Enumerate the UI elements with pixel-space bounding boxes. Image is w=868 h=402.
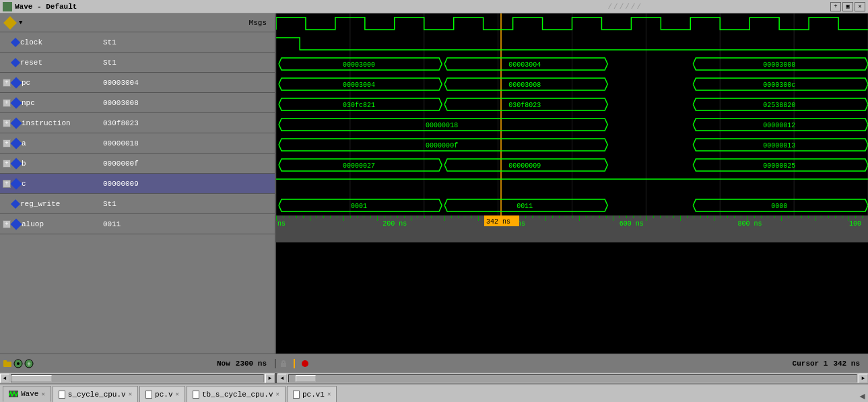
tab-s-cycle-cpu[interactable]: s_cycle_cpu.v ✕ (53, 386, 138, 402)
signal-value-pc: 00003004 (98, 79, 275, 87)
signal-name-c: + c (0, 180, 98, 188)
tab-bar: Wave ✕ s_cycle_cpu.v ✕ pc.v ✕ tb_s_cycle… (0, 383, 868, 402)
signal-row-pc[interactable]: + pc 00003004 (0, 73, 275, 93)
signal-icon-aluop (11, 218, 22, 230)
lock-icon[interactable] (279, 359, 288, 368)
signal-name-instruction: + instruction (0, 119, 98, 127)
signal-list: clock St1 reset St1 + (0, 32, 275, 354)
cursor-value: 342 ns (833, 360, 865, 368)
close-button[interactable]: ✕ (855, 2, 865, 11)
signal-label-pc: pc (22, 79, 30, 87)
scroll-track-right[interactable] (288, 374, 857, 382)
tab-end-area: ◄ (860, 391, 868, 402)
app-icon (3, 2, 12, 11)
signal-row-reset[interactable]: reset St1 (0, 53, 275, 73)
tab-pc-v1[interactable]: pc.v1 ✕ (287, 386, 337, 402)
plus-icon[interactable]: + (24, 359, 34, 368)
signal-name-pc: + pc (0, 79, 98, 87)
dropdown-arrow[interactable]: ▼ (19, 20, 22, 26)
waveform-panel[interactable] (276, 13, 868, 354)
signal-label-reg-write: reg_write (20, 200, 60, 208)
signal-name-npc: + npc (0, 99, 98, 107)
red-dot-icon[interactable] (300, 359, 310, 368)
restore-button[interactable]: ▣ (842, 2, 853, 11)
tab-s-cycle-label: s_cycle_cpu.v (68, 391, 126, 399)
signal-value-reg-write: St1 (98, 200, 275, 208)
tab-file-icon-4 (293, 391, 300, 399)
scroll-thumb-left[interactable] (11, 375, 52, 382)
signal-name-reset: reset (0, 59, 98, 67)
signal-icon-a (11, 137, 22, 149)
cursor-icon[interactable] (290, 359, 299, 368)
title-bar: Wave - Default ////// + ▣ ✕ (0, 0, 868, 13)
signal-name-b: + b (0, 160, 98, 168)
scroll-area: ◄ ► ◄ ► (0, 372, 868, 383)
signal-value-aluop: 0011 (98, 220, 275, 228)
window-controls[interactable]: + ▣ ✕ (830, 2, 865, 11)
now-value: 2300 ns (236, 360, 272, 368)
signal-value-a: 00000018 (98, 139, 275, 147)
scroll-left-btn[interactable]: ◄ (0, 374, 9, 383)
tab-s-cycle-close[interactable]: ✕ (129, 391, 132, 398)
svg-rect-7 (282, 361, 285, 364)
signal-label-instruction: instruction (22, 119, 71, 127)
msgs-header: Msgs (97, 19, 272, 27)
signal-value-npc: 00003008 (98, 99, 275, 107)
maximize-button[interactable]: + (830, 2, 841, 11)
scroll-left-btn-right[interactable]: ◄ (277, 374, 287, 383)
color-button[interactable] (3, 15, 18, 30)
svg-rect-1 (3, 360, 7, 362)
signal-name-clock: clock (0, 38, 98, 46)
signal-label-npc: npc (22, 99, 35, 107)
signal-row-c[interactable]: + c 00000009 (0, 174, 275, 194)
scroll-track-left[interactable] (11, 374, 264, 382)
wave-area: ▼ Msgs clock St1 (0, 13, 868, 354)
signal-name-aluop: + aluop (0, 220, 98, 228)
signal-row-clock[interactable]: clock St1 (0, 32, 275, 53)
tab-wave-close[interactable]: ✕ (41, 391, 44, 398)
svg-point-9 (302, 360, 308, 367)
signal-row-a[interactable]: + a 00000018 (0, 133, 275, 154)
tab-file-icon-1 (59, 391, 65, 399)
cursor-label: Cursor 1 (335, 360, 830, 368)
svg-text:+: + (27, 361, 31, 368)
tab-wave[interactable]: Wave ✕ (3, 386, 51, 402)
waveform-canvas[interactable] (276, 13, 868, 242)
signal-icon-c (11, 178, 22, 189)
film-icon[interactable] (13, 359, 23, 368)
scroll-right-btn-left[interactable]: ► (265, 374, 275, 383)
tab-scroll-left[interactable]: ◄ (860, 391, 865, 402)
status-bar: + Now 2300 ns Cursor 1 342 ns (0, 354, 868, 372)
signal-icon-instruction (11, 117, 22, 129)
signal-row-instruction[interactable]: + instruction 030f8023 (0, 113, 275, 133)
tab-file-icon-3 (193, 391, 199, 399)
window-title: Wave - Default (15, 3, 420, 11)
signal-panel: ▼ Msgs clock St1 (0, 13, 276, 354)
signal-icon-reg-write (11, 199, 20, 208)
signal-label-aluop: aluop (22, 220, 44, 228)
tab-tb-label: tb_s_cycle_cpu.v (202, 391, 273, 399)
signal-value-b: 0000000f (98, 160, 275, 168)
signal-value-clock: St1 (98, 38, 275, 46)
signal-row-reg-write[interactable]: reg_write St1 (0, 194, 275, 214)
folder-icon[interactable] (3, 359, 12, 368)
scroll-thumb-right[interactable] (296, 375, 316, 382)
tab-pc-close[interactable]: ✕ (175, 391, 178, 398)
tab-pc-v[interactable]: pc.v ✕ (139, 386, 185, 402)
tab-pc-v1-label: pc.v1 (302, 391, 325, 399)
tab-tb-s-cycle[interactable]: tb_s_cycle_cpu.v ✕ (187, 386, 286, 402)
main-container: ▼ Msgs clock St1 (0, 13, 868, 402)
tab-pc-label: pc.v (155, 391, 172, 399)
svg-rect-0 (3, 362, 11, 367)
tab-tb-close[interactable]: ✕ (276, 391, 279, 398)
signal-row-npc[interactable]: + npc 00003008 (0, 93, 275, 113)
signal-label-reset: reset (20, 59, 42, 67)
signal-row-b[interactable]: + b 0000000f (0, 154, 275, 174)
tab-pc-v1-close[interactable]: ✕ (327, 391, 331, 398)
signal-panel-header: ▼ Msgs (0, 13, 275, 32)
signal-row-aluop[interactable]: + aluop 0011 (0, 214, 275, 234)
signal-icon-clock (11, 37, 20, 46)
signal-toolbar: ▼ (3, 15, 97, 30)
signal-name-reg-write: reg_write (0, 200, 98, 208)
scroll-right-btn-right[interactable]: ► (859, 374, 868, 383)
